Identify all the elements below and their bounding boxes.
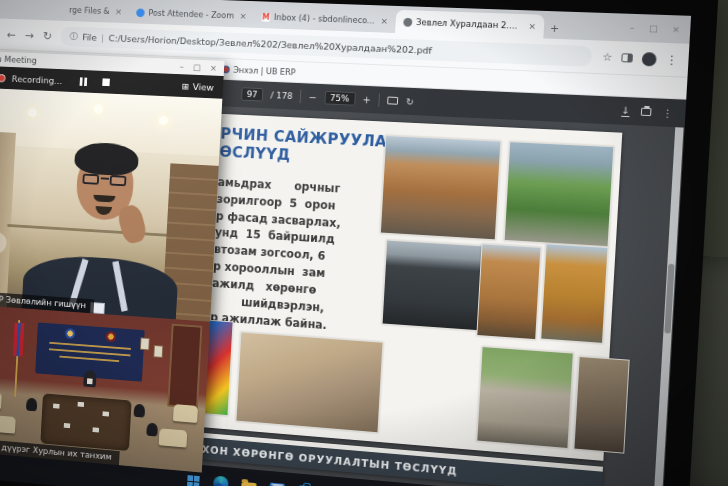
pdf-menu-icon[interactable]: ⋮ — [662, 107, 673, 118]
photo-apartment-building-corner — [476, 243, 541, 340]
tab-label: Post Attendee - Zoom — [148, 8, 234, 20]
maximize-icon[interactable]: □ — [193, 62, 201, 72]
room-door — [167, 324, 203, 409]
recording-label: Recording... — [11, 73, 62, 85]
photo-park-landscaping-render — [504, 141, 615, 247]
minimize-icon[interactable]: – — [180, 62, 184, 72]
recording-dot-icon — [0, 73, 6, 82]
office-wall-panel — [0, 132, 16, 308]
print-icon[interactable] — [641, 108, 652, 116]
pdf-page-input[interactable]: 97 — [241, 87, 264, 101]
tab-large-files[interactable]: rge Files & × — [61, 0, 129, 23]
bookmark-star-icon[interactable]: ☆ — [602, 51, 613, 64]
screen: rge Files & × Post Attendee - Zoom × M I… — [0, 0, 691, 486]
chair — [0, 391, 2, 409]
bookmark-label: Энхэл | UB ERP — [233, 65, 296, 77]
toolbar-separator — [378, 93, 380, 107]
photo-apartment-building-yard — [540, 243, 608, 344]
photo-gravel-road — [476, 346, 574, 449]
emblem-icon — [106, 332, 117, 343]
view-label: View — [192, 81, 214, 92]
minimize-icon[interactable]: – — [630, 23, 635, 33]
participant-video-room: атар дүүрэг Хурлын их танхим — [0, 305, 210, 473]
photo-city-aerial — [573, 356, 629, 454]
grid-view-icon: ⊞ — [181, 80, 189, 91]
reload-icon[interactable]: ↻ — [42, 29, 52, 42]
pdf-toolbar-right: ↓ ⋮ — [621, 105, 673, 118]
chairman-figure — [83, 369, 97, 387]
stop-recording-icon[interactable] — [102, 78, 110, 86]
wall-frame — [139, 338, 149, 351]
taskbar-store[interactable] — [297, 482, 315, 486]
attendee-figure — [133, 403, 145, 417]
pdf-zoom-level[interactable]: 75% — [324, 91, 355, 106]
tab-close-icon[interactable]: × — [237, 11, 246, 21]
page-info-icon[interactable]: ⓘ — [69, 30, 78, 42]
address-divider: | — [101, 32, 104, 42]
bookmark-item-ub-erp[interactable]: Энхэл | UB ERP — [222, 64, 296, 77]
photo-of-conference-display: rge Files & × Post Attendee - Zoom × M I… — [0, 0, 728, 486]
meeting-table — [40, 393, 131, 451]
taskbar-edge[interactable] — [212, 475, 230, 486]
pdf-scrollbar[interactable] — [653, 127, 683, 486]
address-url: C:/Users/Horion/Desktop/Зевлел%202/Зевле… — [108, 33, 432, 56]
taskbar-file-explorer[interactable] — [240, 477, 258, 486]
wall-frame — [153, 345, 163, 358]
monitor-bezel: rge Files & × Post Attendee - Zoom × M I… — [0, 0, 719, 486]
attendee-figure — [146, 423, 158, 437]
rotate-icon[interactable]: ↻ — [406, 96, 415, 107]
slide-title: РЧИН САЙЖРУУЛАХ ӨСЛҮҮД — [219, 125, 399, 170]
zoom-window-controls: – □ × — [180, 62, 217, 73]
photo-street-renovation — [380, 135, 501, 240]
browser-menu-icon[interactable]: ⋮ — [665, 52, 678, 66]
toolbar-actions: ☆ ⋮ — [602, 50, 679, 67]
new-tab-button[interactable]: + — [550, 22, 560, 35]
mail-icon — [269, 482, 285, 486]
mongolian-flag — [13, 323, 25, 357]
emblem-icon — [64, 328, 74, 339]
forward-icon[interactable]: → — [24, 28, 34, 41]
chair — [173, 404, 198, 423]
pause-recording-icon[interactable] — [79, 77, 87, 86]
fit-page-icon[interactable] — [387, 97, 398, 105]
zoom-in-button[interactable]: + — [362, 94, 371, 105]
close-icon[interactable]: × — [210, 63, 217, 73]
participant-video-main: ТӨР Зөвлөлийн гишүүн — [0, 88, 222, 322]
browser-window-controls: – □ × — [619, 13, 691, 43]
pdf-favicon — [403, 17, 412, 26]
photo-courtyard-construction-aerial — [236, 332, 384, 434]
zoom-meeting-window[interactable]: n Meeting – □ × Recording... ⊞ View — [0, 51, 224, 457]
chair — [159, 428, 188, 447]
address-scheme: File — [82, 32, 97, 43]
scrollbar-thumb[interactable] — [664, 263, 674, 333]
toolbar-separator — [300, 90, 302, 103]
close-icon[interactable]: × — [672, 24, 680, 34]
tab-label: Inbox (4) - sbdonlineco... — [274, 12, 375, 25]
chair — [0, 415, 15, 434]
zoom-favicon — [136, 8, 145, 17]
back-icon[interactable]: ← — [7, 28, 17, 41]
slide-body-text: амьдрах орчныгзорилгоор 5 оронр фасад за… — [210, 174, 380, 337]
gmail-favicon: M — [261, 12, 270, 21]
zoom-out-button[interactable]: − — [308, 92, 317, 103]
start-button[interactable] — [184, 472, 202, 486]
tab-close-icon[interactable]: × — [378, 16, 388, 26]
windows-logo-icon — [187, 475, 200, 486]
download-icon[interactable]: ↓ — [621, 105, 630, 116]
taskbar-mail[interactable] — [268, 480, 286, 486]
attendee-figure — [26, 398, 37, 412]
profile-avatar[interactable] — [642, 52, 657, 66]
side-panel-icon[interactable] — [621, 53, 633, 62]
zoom-window-title: n Meeting — [0, 54, 37, 65]
edge-icon — [213, 476, 229, 486]
view-button[interactable]: ⊞ View — [181, 80, 214, 92]
tab-close-icon[interactable]: × — [113, 7, 122, 17]
glasses — [82, 174, 128, 188]
pdf-page-total: / 178 — [270, 90, 292, 101]
folder-icon — [241, 482, 257, 486]
participant-hand — [116, 203, 148, 245]
tab-close-icon[interactable]: × — [526, 21, 536, 31]
maximize-icon[interactable]: □ — [649, 23, 658, 33]
tab-label: Зевлел Хуралдаан 2.pdf — [416, 17, 523, 31]
tab-label: rge Files & — [69, 5, 110, 16]
